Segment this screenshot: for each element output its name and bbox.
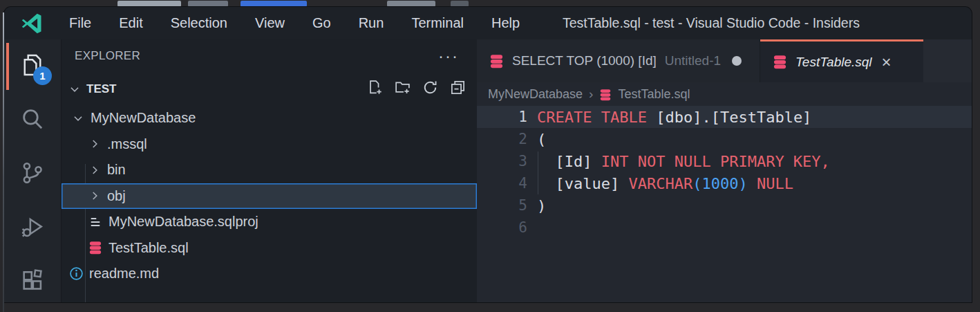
database-icon	[599, 89, 612, 101]
background-window-fragment	[451, 1, 469, 7]
tree-item-readme[interactable]: readme.md	[62, 261, 477, 287]
line-number: 4	[477, 175, 527, 192]
breadcrumb-file[interactable]: TestTable.sql	[618, 87, 690, 102]
explorer-section-test[interactable]: TEST	[62, 73, 477, 105]
extensions-icon	[21, 269, 44, 295]
tree-item-sqlproj[interactable]: MyNewDatabase.sqlproj	[62, 209, 477, 235]
tree-item-obj[interactable]: obj	[62, 183, 477, 210]
tab-detail: Untitled-1	[665, 53, 721, 68]
menu-help[interactable]: Help	[478, 7, 534, 39]
explorer-title: EXPLORER	[75, 49, 140, 63]
tree-item-mynewdatabase[interactable]: MyNewDatabase	[62, 105, 477, 131]
activity-source-control[interactable]	[4, 147, 61, 201]
line-number: 6	[477, 219, 527, 236]
tree-item-label: bin	[107, 162, 126, 178]
window-edge-highlight	[3, 12, 4, 312]
sqlproj-file-icon	[86, 215, 104, 229]
code-line-2[interactable]: 2 (	[477, 128, 972, 150]
breadcrumb-folder[interactable]: MyNewDatabase	[488, 87, 583, 102]
tab-bar: SELECT TOP (1000) [Id] Untitled-1	[477, 39, 972, 82]
tab-title: SELECT TOP (1000) [Id]	[512, 53, 657, 68]
menu-edit[interactable]: Edit	[105, 7, 156, 39]
code-line-5[interactable]: 5 )	[477, 194, 972, 217]
chevron-down-icon	[70, 112, 86, 125]
chevron-right-icon	[86, 190, 103, 202]
code-line-3[interactable]: 3 [Id] INT NOT NULL PRIMARY KEY,	[477, 150, 972, 172]
code-editor[interactable]: 1 CREATE TABLE [dbo].[TestTable] 2 ( 3 […	[477, 106, 972, 302]
tree-item-label: readme.md	[89, 266, 159, 282]
line-number: 2	[477, 131, 527, 147]
menu-run[interactable]: Run	[345, 7, 398, 39]
menu-go[interactable]: Go	[299, 7, 345, 39]
window-title: TestTable.sql - test - Visual Studio Cod…	[563, 7, 860, 39]
tree-item-label: MyNewDatabase	[91, 110, 196, 126]
database-icon	[86, 241, 104, 255]
tree-item-label: TestTable.sql	[109, 240, 189, 256]
code-line-6[interactable]: 6	[477, 217, 972, 239]
code-text: (	[527, 131, 546, 148]
new-folder-icon[interactable]	[395, 80, 411, 98]
search-icon	[21, 107, 44, 134]
modified-dot-icon[interactable]	[732, 56, 742, 66]
explorer-badge: 1	[33, 66, 52, 85]
tree-item-testtable-sql[interactable]: TestTable.sql	[62, 235, 477, 261]
chevron-right-icon	[86, 164, 103, 176]
markdown-info-icon	[67, 266, 85, 281]
background-window-fragment	[188, 1, 228, 7]
database-icon	[773, 55, 787, 69]
background-window-fragment	[241, 1, 307, 7]
line-number: 1	[477, 109, 527, 125]
vscode-window: File Edit Selection View Go Run Terminal…	[4, 7, 972, 302]
debug-icon	[21, 215, 44, 241]
line-number: 3	[477, 153, 527, 169]
breadcrumb: MyNewDatabase › TestTable.sql	[477, 82, 972, 106]
code-line-4[interactable]: 4 [value] VARCHAR(1000) NULL	[477, 172, 972, 194]
activity-bar: 1	[4, 39, 61, 302]
collapse-all-icon[interactable]	[450, 80, 466, 98]
activity-search[interactable]	[4, 93, 61, 147]
explorer-sidebar: EXPLORER ··· TEST	[61, 39, 477, 302]
code-text: )	[527, 197, 546, 214]
chevron-right-icon	[86, 138, 103, 150]
tree-item-bin[interactable]: bin	[62, 157, 477, 183]
code-text: [Id] INT NOT NULL PRIMARY KEY,	[527, 153, 830, 170]
code-text: [value] VARCHAR(1000) NULL	[527, 175, 793, 192]
titlebar: File Edit Selection View Go Run Terminal…	[4, 7, 972, 39]
editor-group: SELECT TOP (1000) [Id] Untitled-1	[477, 39, 972, 302]
tab-testtable-sql[interactable]: TestTable.sql ×	[760, 39, 923, 82]
ellipsis-icon[interactable]: ···	[438, 53, 459, 59]
tree-item-mssql[interactable]: .mssql	[62, 131, 477, 158]
database-icon	[489, 54, 504, 68]
tree-item-label: .mssql	[107, 136, 147, 152]
source-control-icon	[21, 161, 44, 187]
line-number: 5	[477, 197, 527, 214]
close-icon[interactable]: ×	[882, 55, 892, 69]
activity-explorer[interactable]: 1	[4, 39, 61, 93]
menu-file[interactable]: File	[55, 7, 105, 39]
code-text: CREATE TABLE [dbo].[TestTable]	[527, 109, 811, 126]
tab-title: TestTable.sql	[795, 55, 872, 70]
chevron-down-icon	[66, 83, 84, 95]
menu-terminal[interactable]: Terminal	[397, 7, 478, 39]
vscode-insiders-logo-icon	[19, 11, 44, 36]
tab-bar-empty-space	[923, 39, 972, 82]
menu-selection[interactable]: Selection	[157, 7, 241, 39]
background-window-fragment	[117, 1, 181, 7]
active-view-indicator	[6, 43, 9, 90]
editor-indent-guide	[538, 152, 538, 194]
tab-untitled-1[interactable]: SELECT TOP (1000) [Id] Untitled-1	[477, 39, 760, 82]
tree-item-label: MyNewDatabase.sqlproj	[109, 214, 258, 230]
refresh-icon[interactable]	[422, 80, 438, 98]
screenshot-frame: File Edit Selection View Go Run Terminal…	[0, 0, 980, 312]
code-line-1[interactable]: 1 CREATE TABLE [dbo].[TestTable]	[477, 106, 972, 128]
activity-extensions[interactable]	[4, 255, 61, 302]
menu-bar: File Edit Selection View Go Run Terminal…	[55, 7, 534, 39]
chevron-separator-icon: ›	[589, 86, 593, 102]
new-file-icon[interactable]	[367, 80, 383, 98]
tree-item-label: obj	[107, 188, 126, 204]
section-label: TEST	[86, 82, 116, 96]
activity-run-and-debug[interactable]	[4, 201, 61, 255]
background-window-fragment	[387, 1, 435, 7]
menu-view[interactable]: View	[241, 7, 299, 39]
